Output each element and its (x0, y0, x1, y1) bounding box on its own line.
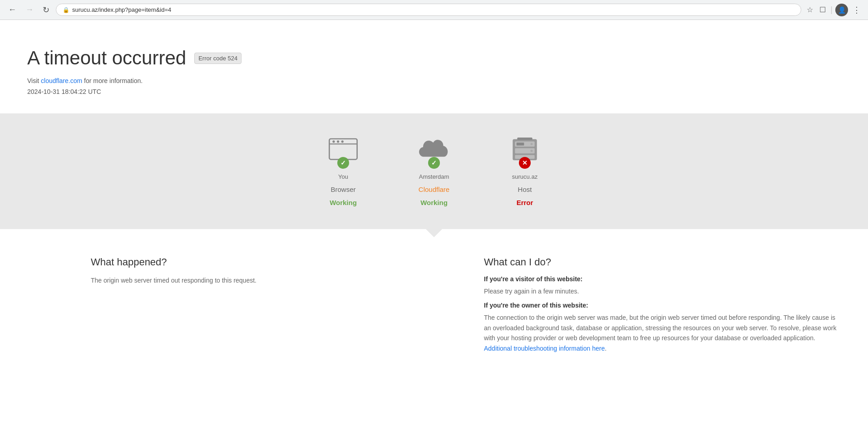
back-button[interactable]: ← (5, 3, 19, 16)
browser-location: You (338, 173, 348, 180)
forward-button[interactable]: → (23, 3, 36, 16)
divider: | (830, 5, 833, 15)
svg-rect-9 (517, 142, 524, 146)
svg-point-3 (337, 140, 339, 142)
status-item-host: ✕ surucu.az Host Error (507, 132, 543, 206)
host-state: Error (517, 199, 533, 206)
reload-button[interactable]: ↻ (40, 3, 52, 17)
svg-point-2 (332, 140, 335, 142)
cloudflare-location: Amsterdam (419, 173, 449, 180)
svg-point-11 (531, 150, 533, 152)
cloudflare-link[interactable]: cloudflare.com (41, 77, 82, 84)
browser-status-check: ✓ (337, 157, 349, 169)
bookmark-button[interactable]: ☆ (805, 4, 815, 16)
visitor-text: Please try again in a few minutes. (484, 286, 841, 296)
owner-bold: If you're the owner of this website: (484, 302, 841, 309)
error-code-badge: Error code 524 (194, 53, 242, 64)
extensions-button[interactable]: ☐ (818, 4, 828, 16)
error-title-row: A timeout occurred Error code 524 (27, 47, 841, 69)
status-bar: ✓ You Browser Working ✓ Amsterdam Cloudf… (0, 113, 868, 229)
svg-rect-12 (517, 137, 532, 140)
svg-point-10 (531, 143, 533, 145)
error-visit-text: Visit cloudflare.com for more informatio… (27, 77, 841, 84)
browser-icon-wrapper: ✓ (325, 132, 361, 168)
troubleshooting-link[interactable]: Additional troubleshooting information h… (484, 345, 605, 352)
what-happened-text: The origin web server timed out respondi… (91, 275, 448, 285)
host-location: surucu.az (512, 173, 538, 180)
what-happened-column: What happened? The origin web server tim… (91, 256, 448, 359)
cloudflare-icon-wrapper: ✓ (416, 132, 452, 168)
error-title-text: A timeout occurred (27, 47, 186, 69)
status-item-cloudflare: ✓ Amsterdam Cloudflare Working (416, 132, 452, 206)
browser-state: Working (330, 199, 357, 206)
what-can-i-do-column: What can I do? If you're a visitor of th… (484, 256, 841, 359)
status-item-browser: ✓ You Browser Working (325, 132, 361, 206)
host-name: Host (518, 186, 532, 193)
address-bar[interactable]: 🔒 surucu.az/index.php?page=item&id=4 (56, 4, 801, 16)
url-text: surucu.az/index.php?page=item&id=4 (72, 6, 171, 13)
cloudflare-status-check: ✓ (428, 157, 440, 169)
visitor-bold: If you're a visitor of this website: (484, 275, 841, 283)
error-timestamp: 2024-10-31 18:04:22 UTC (27, 88, 841, 95)
info-section: What happened? The origin web server tim… (0, 229, 868, 386)
host-icon-wrapper: ✕ (507, 132, 543, 168)
menu-button[interactable]: ⋮ (851, 3, 863, 17)
owner-text: The connection to the origin web server … (484, 313, 841, 353)
cloudflare-name: Cloudflare (419, 186, 449, 193)
what-can-i-do-title: What can I do? (484, 256, 841, 268)
cloudflare-state: Working (420, 199, 448, 206)
page-content: A timeout occurred Error code 524 Visit … (0, 20, 868, 386)
svg-point-4 (341, 140, 344, 142)
browser-name: Browser (330, 186, 355, 193)
error-header: A timeout occurred Error code 524 Visit … (0, 20, 868, 113)
toolbar-right: ☆ ☐ | 👤 ⋮ (805, 3, 863, 17)
browser-chrome: ← → ↻ 🔒 surucu.az/index.php?page=item&id… (0, 0, 868, 20)
profile-avatar[interactable]: 👤 (835, 4, 848, 16)
host-status-check: ✕ (519, 157, 531, 169)
what-happened-title: What happened? (91, 256, 448, 268)
